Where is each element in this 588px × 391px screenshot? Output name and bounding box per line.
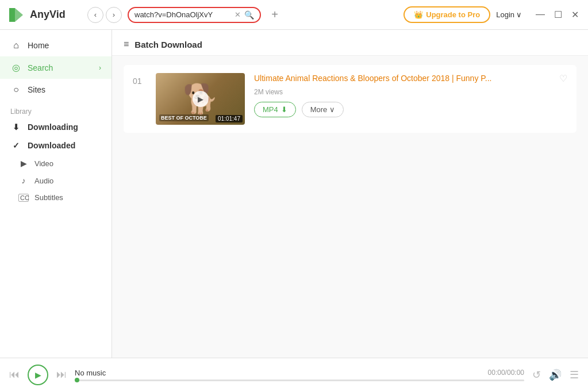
sidebar-item-sites[interactable]: ○ Sites xyxy=(0,79,112,101)
player-right-controls: ↺ 🔊 ☰ xyxy=(532,369,579,381)
app-name: AnyVid xyxy=(30,9,66,21)
upgrade-label: Upgrade to Pro xyxy=(426,10,480,19)
downloaded-icon: ✓ xyxy=(10,141,22,150)
thumbnail-label: BEST OF OCTOBE xyxy=(159,114,209,121)
maximize-button[interactable]: ☐ xyxy=(552,8,564,21)
content-title: Batch Download xyxy=(134,40,202,49)
subtitles-label: Subtitles xyxy=(34,193,63,202)
downloading-label: Downloading xyxy=(28,122,78,132)
result-number: 01 xyxy=(133,73,147,86)
skip-forward-button[interactable]: ⏭ xyxy=(56,369,67,381)
minimize-button[interactable]: — xyxy=(533,8,547,21)
chevron-right-icon: › xyxy=(99,64,101,72)
svg-marker-1 xyxy=(15,8,23,22)
logo-area: AnyVid xyxy=(7,6,82,24)
audio-label: Audio xyxy=(34,177,53,185)
play-overlay-button[interactable]: ▶ xyxy=(193,91,209,107)
result-list: 01 🐕 BEST OF OCTOBE 01:01:47 ▶ Ultimate … xyxy=(112,56,588,358)
batch-download-icon: ≡ xyxy=(124,39,129,49)
progress-bar[interactable] xyxy=(75,379,524,381)
video-icon: ▶ xyxy=(18,159,29,168)
subtitles-icon: CC xyxy=(18,194,29,202)
downloaded-label: Downloaded xyxy=(28,141,75,150)
result-info: Ultimate Animal Reactions & Bloopers of … xyxy=(254,73,567,117)
player-time: 00:00/00:00 xyxy=(488,369,524,377)
crown-icon: 👑 xyxy=(414,10,423,19)
more-label: More xyxy=(310,105,328,114)
sidebar: ⌂ Home ◎ Search › ○ Sites Library ⬇ Down… xyxy=(0,30,112,358)
mp4-label: MP4 xyxy=(263,105,278,114)
library-section-label: Library xyxy=(0,101,112,118)
back-button[interactable]: ‹ xyxy=(87,7,103,23)
skip-back-button[interactable]: ⏮ xyxy=(9,369,20,381)
forward-button[interactable]: › xyxy=(106,7,122,23)
sidebar-item-home[interactable]: ⌂ Home xyxy=(0,34,112,56)
favorite-icon[interactable]: ♡ xyxy=(559,73,567,84)
close-icon[interactable]: ✕ xyxy=(235,10,241,19)
sidebar-search-label: Search xyxy=(28,63,53,72)
login-label: Login xyxy=(496,10,514,19)
video-thumbnail[interactable]: 🐕 BEST OF OCTOBE 01:01:47 ▶ xyxy=(156,73,245,125)
result-actions: MP4 ⬇ More ∨ xyxy=(254,102,567,117)
mp4-download-button[interactable]: MP4 ⬇ xyxy=(254,102,296,117)
sidebar-home-label: Home xyxy=(28,41,49,50)
sidebar-sub-item-audio[interactable]: ♪ Audio xyxy=(0,172,112,189)
sidebar-sub-item-video[interactable]: ▶ Video xyxy=(0,155,112,172)
main-layout: ⌂ Home ◎ Search › ○ Sites Library ⬇ Down… xyxy=(0,30,588,358)
repeat-icon[interactable]: ↺ xyxy=(532,369,541,381)
content-area: ≡ Batch Download 01 🐕 BEST OF OCTOBE 01:… xyxy=(112,30,588,358)
download-icon: ⬇ xyxy=(10,122,22,132)
bottom-player: ⏮ ▶ ⏭ No music 00:00/00:00 ↺ 🔊 ☰ xyxy=(0,358,588,391)
video-title[interactable]: Ultimate Animal Reactions & Bloopers of … xyxy=(254,73,491,85)
svg-marker-0 xyxy=(9,8,15,22)
volume-icon[interactable]: 🔊 xyxy=(549,369,562,381)
chevron-down-icon: ∨ xyxy=(516,10,522,19)
window-controls: — ☐ ✕ xyxy=(533,8,581,21)
search-icon: ◎ xyxy=(10,62,22,73)
add-tab-button[interactable]: + xyxy=(267,7,283,23)
title-bar: AnyVid ‹ › ✕ 🔍 + 👑 Upgrade to Pro Login … xyxy=(0,0,588,30)
logo-icon xyxy=(7,6,25,24)
playlist-icon[interactable]: ☰ xyxy=(570,369,579,381)
search-bar: ✕ 🔍 xyxy=(128,7,261,23)
video-label: Video xyxy=(34,159,53,168)
audio-icon: ♪ xyxy=(18,176,29,185)
search-result-item: 01 🐕 BEST OF OCTOBE 01:01:47 ▶ Ultimate … xyxy=(124,65,577,133)
close-button[interactable]: ✕ xyxy=(569,8,581,21)
sites-icon: ○ xyxy=(10,85,22,95)
progress-dot xyxy=(75,378,79,382)
login-button[interactable]: Login ∨ xyxy=(496,10,522,19)
upgrade-button[interactable]: 👑 Upgrade to Pro xyxy=(403,6,490,23)
track-name: No music xyxy=(75,369,106,377)
player-info: No music 00:00/00:00 xyxy=(75,369,524,381)
sidebar-item-downloading[interactable]: ⬇ Downloading xyxy=(0,118,112,136)
content-header: ≡ Batch Download xyxy=(112,30,588,56)
sidebar-sites-label: Sites xyxy=(28,85,45,94)
sidebar-item-downloaded[interactable]: ✓ Downloaded xyxy=(0,136,112,155)
video-duration: 01:01:47 xyxy=(216,115,243,122)
chevron-down-icon: ∨ xyxy=(329,105,335,114)
home-icon: ⌂ xyxy=(10,40,22,51)
sidebar-sub-item-subtitles[interactable]: CC Subtitles xyxy=(0,189,112,206)
play-pause-button[interactable]: ▶ xyxy=(28,365,48,385)
nav-buttons: ‹ › xyxy=(87,7,122,23)
search-icon[interactable]: 🔍 xyxy=(244,10,254,20)
sidebar-item-search[interactable]: ◎ Search › xyxy=(0,56,112,79)
view-count: 2M views xyxy=(254,88,567,96)
url-input[interactable] xyxy=(134,10,231,19)
download-arrow-icon: ⬇ xyxy=(281,105,287,114)
more-options-button[interactable]: More ∨ xyxy=(302,102,344,117)
